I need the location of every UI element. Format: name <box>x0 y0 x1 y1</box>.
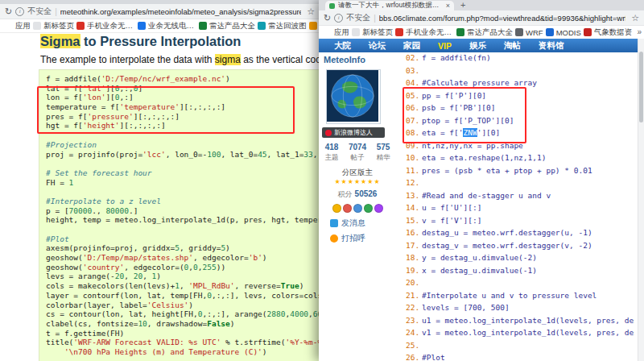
send-message-label: 发消息 <box>341 218 365 229</box>
line-number: 03. <box>406 66 422 79</box>
line-code: nt,nz,ny,nx = pp.shape <box>422 141 523 154</box>
scrollbar[interactable] <box>638 39 644 361</box>
bookmark-item[interactable]: WRF <box>515 28 543 37</box>
line-code: eta = eta.reshape(1,nz,1,1) <box>422 153 546 166</box>
info-icon[interactable]: i <box>15 7 24 16</box>
line-number: 12. <box>406 178 422 191</box>
line-code: u = f['U'][:] <box>422 203 481 216</box>
bookmark-label: 新标签页 <box>43 21 74 31</box>
star-icon: ★ <box>334 178 341 185</box>
line-code: x = destag_u.dimvalue(-1) <box>422 266 537 279</box>
send-message-button[interactable]: 发消息 <box>330 218 365 229</box>
bookmark-item[interactable]: 应用 <box>5 21 31 31</box>
user-stats: 418主题7074帖子575精华 <box>319 143 396 163</box>
bookmarks-overflow-icon[interactable]: » <box>637 26 642 39</box>
stat-value: 7074 <box>345 143 370 151</box>
nav-item[interactable]: 论坛 <box>360 40 394 52</box>
line-number: 18. <box>406 253 422 266</box>
url-bar: ↻ i 不安全 | bbs.06climate.com/forum.php?mo… <box>319 10 644 26</box>
bookmark-item[interactable]: 新标签页 <box>33 21 74 31</box>
nav-item[interactable]: 大院 <box>325 40 360 52</box>
bookmark-item[interactable]: 雷达产品大全 <box>456 27 513 38</box>
line-number: 02. <box>406 53 422 66</box>
nav-item[interactable]: 娱乐 <box>460 40 495 52</box>
bookmark-item[interactable]: 气象家园 <box>309 21 320 31</box>
bookmark-item[interactable]: 业余无线电台管理 <box>138 21 196 31</box>
line-code: y = destag_u.dimvalue(-2) <box>422 253 537 266</box>
bookmark-item[interactable]: 雷达回波图 <box>258 21 307 31</box>
nav-item[interactable]: 淘帖 <box>495 40 530 52</box>
url-text[interactable]: meteothink.org/examples/meteoinfolab/met… <box>60 7 301 16</box>
highlighted-term: Sigma <box>40 34 80 48</box>
url-text[interactable]: bbs.06climate.com/forum.php?mod=viewthre… <box>379 14 625 23</box>
browser-tab[interactable]: 请教一下大牛，wrfout模拟数据… × <box>325 1 454 10</box>
score-row: 积分50526 <box>319 189 396 200</box>
bookmark-label: 雷达回波图 <box>268 21 307 31</box>
code-line: 19.x = destag_u.dimvalue(-1) <box>406 266 634 279</box>
bookmark-label: 应用 <box>334 27 349 38</box>
selected-text: ZNW <box>463 128 477 137</box>
bookmark-item[interactable]: 手机业余无线电台 <box>76 21 135 31</box>
say-hi-button[interactable]: 打招呼 <box>330 233 365 244</box>
apps-grid-icon <box>324 28 332 36</box>
medal-icon <box>343 204 352 213</box>
separator: | <box>55 7 57 16</box>
username-link[interactable]: MeteoInfo <box>324 55 365 64</box>
line-number: 08. <box>406 128 422 141</box>
bookmarks-bar: 应用新标签页手机业余无线电台雷达产品大全WRFMODIS气象数据资料下载拖拽 <box>319 26 633 39</box>
scrollbar-thumb[interactable] <box>639 52 643 122</box>
bookmark-item[interactable]: 应用 <box>324 27 349 38</box>
bookmark-item[interactable]: 手机业余无线电台 <box>395 27 454 38</box>
tab-title: 请教一下大牛，wrfout模拟数据… <box>338 1 443 10</box>
code-line: 02.f = addfile(fn) <box>406 53 634 66</box>
bookmark-item[interactable]: 气象数据资料下载 <box>584 27 633 38</box>
stat-item[interactable]: 7074帖子 <box>345 143 370 163</box>
nav-item-vip[interactable]: VIP <box>429 41 460 51</box>
bookmark-label: 手机业余无线电台 <box>406 27 454 38</box>
bookmark-star-icon[interactable]: ☆ <box>631 13 639 23</box>
star-icon: ★ <box>354 178 361 185</box>
favicon-icon <box>456 28 464 36</box>
nav-item[interactable]: 家园 <box>394 40 429 52</box>
medals-row <box>319 201 396 216</box>
stat-item[interactable]: 418主题 <box>319 143 345 163</box>
bookmark-star-icon[interactable]: ☆ <box>307 6 315 17</box>
stat-label: 主题 <box>319 153 345 163</box>
code-line: 26.#Plot <box>406 353 634 361</box>
line-code: psb = f['PB'][0] <box>422 103 496 116</box>
code-line: 06.psb = f['PB'][0] <box>406 103 634 116</box>
post-code-block: 02.f = addfile(fn)03. 04.#Calculate pres… <box>406 53 634 361</box>
bookmark-label: WRF <box>526 28 543 37</box>
bookmark-item[interactable]: 雷达产品大全 <box>199 21 255 31</box>
stat-label: 精华 <box>370 153 396 163</box>
info-icon[interactable]: i <box>334 14 343 23</box>
stat-value: 575 <box>370 143 396 151</box>
avatar[interactable] <box>326 69 381 124</box>
security-label: 不安全 <box>27 6 52 17</box>
new-tab-button[interactable]: + <box>460 0 465 10</box>
line-code <box>422 66 427 79</box>
code-line: 11.pres = (psb * eta + ptop + pp) * 0.01 <box>406 166 634 179</box>
bookmark-item[interactable]: MODIS <box>546 28 581 37</box>
medal-icon <box>332 204 341 213</box>
reload-icon[interactable]: ↻ <box>5 6 12 17</box>
tab-close-icon[interactable]: × <box>446 2 450 10</box>
line-number: 21. <box>406 291 422 304</box>
stat-item[interactable]: 575精华 <box>370 143 396 163</box>
nav-item[interactable]: 资料馆 <box>530 40 573 52</box>
weibo-badge: 新浪微博达人 <box>322 127 385 138</box>
code-line: 15.v = f['V'][:] <box>406 216 634 229</box>
bookmark-label: 雷达产品大全 <box>209 21 255 31</box>
bookmark-item[interactable]: 新标签页 <box>352 27 393 38</box>
code-line: 16.destag_u = meteo.wrf.destagger(u, -1) <box>406 228 634 241</box>
reload-icon[interactable]: ↻ <box>324 13 331 23</box>
bookmark-label: 手机业余无线电台 <box>87 21 135 31</box>
star-icon: ★ <box>341 178 348 185</box>
favicon-icon <box>76 22 85 30</box>
line-code: #Plot <box>422 353 445 361</box>
line-code: v = f['V'][:] <box>422 216 481 229</box>
line-number: 15. <box>406 216 422 229</box>
line-number: 14. <box>406 203 422 216</box>
page-title-rest: to Pressure Interpolation <box>80 34 242 48</box>
bookmark-label: 雷达产品大全 <box>467 27 513 38</box>
